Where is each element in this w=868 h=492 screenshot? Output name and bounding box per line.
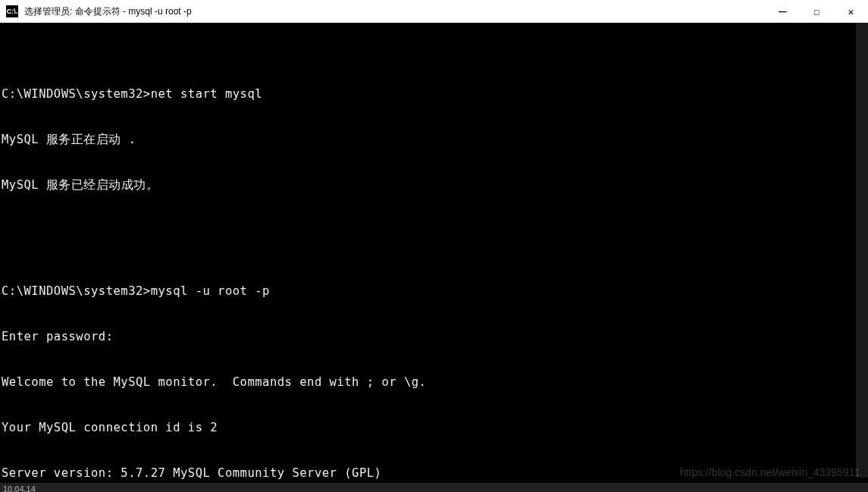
terminal-line: C:\WINDOWS\system32>net start mysql <box>2 86 866 102</box>
close-button[interactable]: ✕ <box>834 0 868 23</box>
terminal-line: Your MySQL connection id is 2 <box>2 420 866 435</box>
minimize-button[interactable]: — <box>766 0 800 23</box>
terminal-output[interactable]: C:\WINDOWS\system32>net start mysql MySQ… <box>0 23 868 492</box>
window-controls: — ☐ ✕ <box>766 0 868 23</box>
maximize-button[interactable]: ☐ <box>800 0 834 23</box>
taskbar: 10.04.14 <box>0 483 868 492</box>
terminal-line: Welcome to the MySQL monitor. Commands e… <box>2 374 866 390</box>
terminal-line: C:\WINDOWS\system32>mysql -u root -p <box>2 284 866 299</box>
taskbar-time-fragment: 10.04.14 <box>3 484 36 492</box>
window-titlebar[interactable]: C:\. 选择管理员: 命令提示符 - mysql -u root -p — ☐… <box>0 0 868 23</box>
window-title: 选择管理员: 命令提示符 - mysql -u root -p <box>24 5 192 18</box>
terminal-line: Enter password: <box>2 329 866 344</box>
terminal-line: MySQL 服务正在启动 . <box>2 132 866 147</box>
cmd-icon: C:\. <box>6 5 18 17</box>
vertical-scrollbar[interactable] <box>856 23 868 478</box>
terminal-line: MySQL 服务已经启动成功。 <box>2 177 866 193</box>
watermark-text: https://blog.csdn.net/weixin_43395911 <box>680 466 860 478</box>
